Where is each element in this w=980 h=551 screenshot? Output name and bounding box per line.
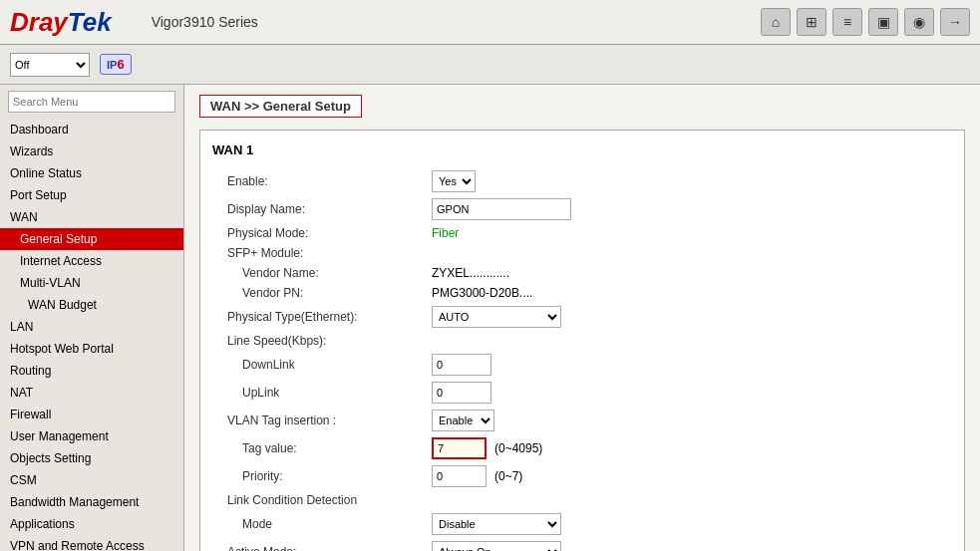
physical-type-value: AUTO bbox=[432, 306, 561, 328]
sidebar-search-container bbox=[0, 85, 183, 119]
sidebar: Dashboard Wizards Online Status Port Set… bbox=[0, 85, 184, 551]
sidebar-item-lan[interactable]: LAN bbox=[0, 316, 183, 338]
downlink-input[interactable] bbox=[432, 354, 491, 376]
priority-range: (0~7) bbox=[494, 469, 522, 483]
logo: DrayTek bbox=[10, 7, 112, 38]
user-icon-btn[interactable]: ◉ bbox=[904, 8, 934, 36]
vendor-name-text: ZYXEL............ bbox=[432, 266, 509, 280]
off-dropdown[interactable]: Off bbox=[10, 53, 90, 77]
sidebar-item-wan[interactable]: WAN bbox=[0, 206, 183, 228]
sfp-label: SFP+ Module: bbox=[212, 246, 432, 260]
sidebar-item-wan-budget[interactable]: WAN Budget bbox=[0, 294, 183, 316]
uplink-label: UpLink bbox=[212, 386, 432, 400]
enable-value: Yes No bbox=[432, 170, 476, 192]
uplink-input[interactable] bbox=[432, 382, 491, 404]
priority-row: Priority: (0~7) bbox=[212, 462, 952, 490]
grid-icon-btn[interactable]: ⊞ bbox=[797, 8, 826, 36]
vlan-tag-select[interactable]: Enable Disable bbox=[432, 410, 494, 431]
physical-mode-value: Fiber bbox=[432, 226, 459, 240]
sidebar-item-routing[interactable]: Routing bbox=[0, 360, 183, 382]
sidebar-item-online-status[interactable]: Online Status bbox=[0, 162, 183, 184]
tag-value-range: (0~4095) bbox=[494, 441, 542, 455]
sidebar-item-csm[interactable]: CSM bbox=[0, 469, 183, 491]
model-name: Vigor3910 Series bbox=[152, 14, 258, 30]
header: DrayTek Vigor3910 Series ⌂ ⊞ ≡ ▣ ◉ → bbox=[0, 0, 980, 45]
downlink-label: DownLink bbox=[212, 358, 432, 372]
physical-mode-label: Physical Mode: bbox=[212, 226, 432, 240]
sidebar-item-objects-setting[interactable]: Objects Setting bbox=[0, 447, 183, 469]
priority-value: (0~7) bbox=[432, 465, 522, 487]
sidebar-item-vpn[interactable]: VPN and Remote Access bbox=[0, 535, 183, 551]
sidebar-item-internet-access[interactable]: Internet Access bbox=[0, 250, 183, 272]
link-condition-row: Link Condition Detection bbox=[212, 490, 952, 510]
downlink-row: DownLink bbox=[212, 351, 952, 379]
uplink-value bbox=[432, 382, 491, 404]
vendor-pn-label: Vendor PN: bbox=[212, 286, 432, 300]
settings-icon-btn[interactable]: ≡ bbox=[832, 8, 862, 36]
physical-type-row: Physical Type(Ethernet): AUTO bbox=[212, 303, 952, 331]
active-mode-select[interactable]: Always On bbox=[432, 541, 561, 551]
vlan-tag-label: VLAN Tag insertion : bbox=[212, 413, 432, 427]
sidebar-item-port-setup[interactable]: Port Setup bbox=[0, 184, 183, 206]
vlan-tag-row: VLAN Tag insertion : Enable Disable bbox=[212, 407, 952, 434]
vendor-name-label: Vendor Name: bbox=[212, 266, 432, 280]
sidebar-item-bandwidth[interactable]: Bandwidth Management bbox=[0, 491, 183, 513]
wan-title: WAN 1 bbox=[212, 142, 952, 157]
sidebar-item-nat[interactable]: NAT bbox=[0, 382, 183, 404]
active-mode-row: Active Mode: Always On bbox=[212, 538, 952, 551]
sfp-row: SFP+ Module: bbox=[212, 243, 952, 263]
tag-value-row: Tag value: (0~4095) bbox=[212, 434, 952, 462]
uplink-row: UpLink bbox=[212, 379, 952, 407]
top-bar: Off IP6 bbox=[0, 45, 980, 85]
sidebar-item-multi-vlan[interactable]: Multi-VLAN bbox=[0, 272, 183, 294]
active-mode-value: Always On bbox=[432, 541, 561, 551]
layout: Dashboard Wizards Online Status Port Set… bbox=[0, 85, 980, 551]
physical-type-label: Physical Type(Ethernet): bbox=[212, 310, 432, 324]
link-condition-label: Link Condition Detection bbox=[212, 493, 432, 507]
physical-mode-row: Physical Mode: Fiber bbox=[212, 223, 952, 243]
tag-value-value: (0~4095) bbox=[432, 437, 542, 459]
tag-value-input[interactable] bbox=[432, 437, 487, 459]
tag-value-label: Tag value: bbox=[212, 441, 432, 455]
priority-label: Priority: bbox=[212, 469, 432, 483]
logo-tek: Tek bbox=[68, 7, 112, 38]
active-mode-label: Active Mode: bbox=[212, 545, 432, 551]
display-name-row: Display Name: bbox=[212, 195, 952, 223]
line-speed-row: Line Speed(Kbps): bbox=[212, 331, 952, 351]
mode-row: Mode Disable Enable bbox=[212, 510, 952, 538]
display-name-input[interactable] bbox=[432, 198, 571, 220]
priority-input[interactable] bbox=[432, 465, 487, 487]
vendor-pn-value: PMG3000-D20B.... bbox=[432, 286, 532, 300]
mode-select[interactable]: Disable Enable bbox=[432, 513, 561, 535]
physical-mode-text: Fiber bbox=[432, 226, 459, 240]
sidebar-item-wizards[interactable]: Wizards bbox=[0, 140, 183, 162]
search-input[interactable] bbox=[8, 91, 175, 113]
ipv6-button[interactable]: IP6 bbox=[100, 54, 132, 75]
main-content: WAN >> General Setup WAN 1 Enable: Yes N… bbox=[184, 85, 980, 551]
home-icon-btn[interactable]: ⌂ bbox=[761, 8, 791, 36]
logo-dray: Dray bbox=[10, 7, 68, 38]
display-name-value bbox=[432, 198, 571, 220]
ipv6-num: 6 bbox=[117, 57, 124, 72]
vendor-name-row: Vendor Name: ZYXEL............ bbox=[212, 263, 952, 283]
sidebar-item-dashboard[interactable]: Dashboard bbox=[0, 119, 183, 140]
sidebar-item-general-setup[interactable]: General Setup bbox=[0, 228, 183, 250]
vlan-tag-value: Enable Disable bbox=[432, 410, 494, 431]
display-name-label: Display Name: bbox=[212, 202, 432, 216]
mode-label: Mode bbox=[212, 517, 432, 531]
line-speed-label: Line Speed(Kbps): bbox=[212, 334, 432, 348]
header-icons: ⌂ ⊞ ≡ ▣ ◉ → bbox=[761, 8, 970, 36]
logout-icon-btn[interactable]: → bbox=[940, 8, 970, 36]
save-icon-btn[interactable]: ▣ bbox=[868, 8, 898, 36]
sidebar-item-user-mgmt[interactable]: User Management bbox=[0, 425, 183, 447]
sidebar-item-firewall[interactable]: Firewall bbox=[0, 404, 183, 425]
sidebar-item-applications[interactable]: Applications bbox=[0, 513, 183, 535]
physical-type-select[interactable]: AUTO bbox=[432, 306, 561, 328]
sidebar-item-hotspot[interactable]: Hotspot Web Portal bbox=[0, 338, 183, 360]
enable-label: Enable: bbox=[212, 174, 432, 188]
vendor-pn-row: Vendor PN: PMG3000-D20B.... bbox=[212, 283, 952, 303]
wan-section: WAN 1 Enable: Yes No Display Name: bbox=[199, 130, 965, 551]
enable-select[interactable]: Yes No bbox=[432, 170, 476, 192]
vendor-name-value: ZYXEL............ bbox=[432, 266, 509, 280]
page-title: WAN >> General Setup bbox=[199, 95, 362, 118]
